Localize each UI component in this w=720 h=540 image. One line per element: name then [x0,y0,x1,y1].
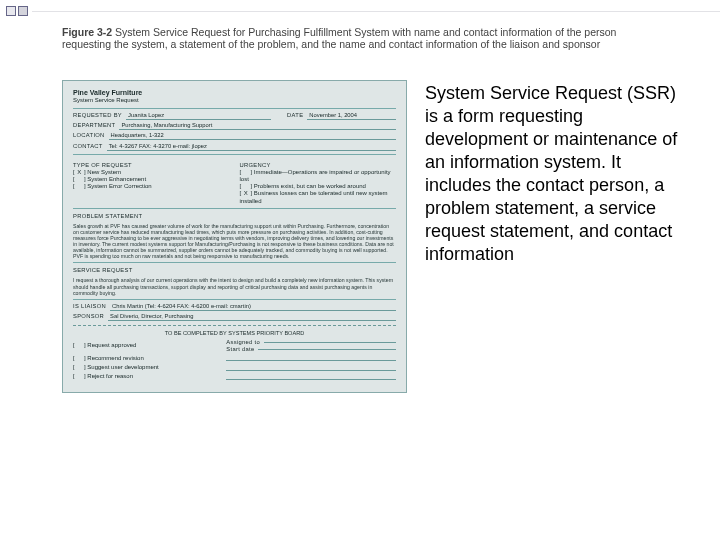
type-of-request-label: TYPE OF REQUEST [73,162,230,169]
liaison-value: Chris Martin (Tel: 4-6204 FAX: 4-6200 e-… [110,303,396,311]
dashed-divider [73,325,396,326]
divider [73,262,396,263]
service-request-text: I request a thorough analysis of our cur… [73,277,396,295]
board-item: Reject for reason [73,373,218,380]
department-label: DEPARTMENT [73,122,115,129]
service-request-label: SERVICE REQUEST [73,267,396,274]
explanatory-text: System Service Request (SSR) is a form r… [425,80,690,393]
divider [73,108,396,109]
start-date-line [258,349,396,350]
date-value: November 1, 2004 [307,112,396,120]
figure-caption: Figure 3-2 System Service Request for Pu… [62,26,658,50]
problem-statement-label: PROBLEM STATEMENT [73,213,396,220]
board-item: Request approved [73,342,218,349]
blank-line [226,374,396,380]
slide-top-rule [32,11,720,12]
requested-by-value: Juanita Lopez [126,112,271,120]
location-label: LOCATION [73,132,105,139]
start-date-label: Start date [226,346,254,353]
company-name: Pine Valley Furniture [73,89,396,97]
form-header: Pine Valley Furniture System Service Req… [73,89,396,105]
contact-value: Tel: 4-3267 FAX: 4-3270 e-mail: jlopez [107,143,396,151]
figure-caption-text: System Service Request for Purchasing Fu… [62,26,616,50]
ssr-form: Pine Valley Furniture System Service Req… [62,80,407,393]
blank-line [226,355,396,361]
type-option: System Error Correction [73,183,230,190]
urgency-option: Immediate—Operations are impaired or opp… [240,169,397,183]
slide-corner-decoration [6,6,28,16]
divider [73,299,396,300]
liaison-label: IS LIAISON [73,303,106,310]
department-value: Purchasing, Manufacturing Support [119,122,396,130]
urgency-label: URGENCY [240,162,397,169]
problem-statement-text: Sales growth at PVF has caused greater v… [73,223,396,260]
blank-line [226,365,396,371]
location-value: Headquarters, 1-322 [109,132,396,140]
assigned-to-label: Assigned to [226,339,260,346]
board-item: Suggest user development [73,364,218,371]
divider [73,208,396,209]
date-label: DATE [287,112,303,119]
deco-square [6,6,16,16]
board-item: Recommend revision [73,355,218,362]
figure-label: Figure 3-2 [62,26,112,38]
type-option: X New System [73,169,230,176]
type-option: System Enhancement [73,176,230,183]
assigned-to-line [264,342,396,343]
divider [73,154,396,155]
requested-by-label: REQUESTED BY [73,112,122,119]
urgency-option: Problems exist, but can be worked around [240,183,397,190]
urgency-option: X Business losses can be tolerated until… [240,190,397,204]
sponsor-value: Sal Diverio, Director, Purchasing [108,313,396,321]
form-title: System Service Request [73,97,396,104]
sponsor-label: SPONSOR [73,313,104,320]
board-title: TO BE COMPLETED BY SYSTEMS PRIORITY BOAR… [73,330,396,337]
deco-square [18,6,28,16]
contact-label: CONTACT [73,143,103,150]
